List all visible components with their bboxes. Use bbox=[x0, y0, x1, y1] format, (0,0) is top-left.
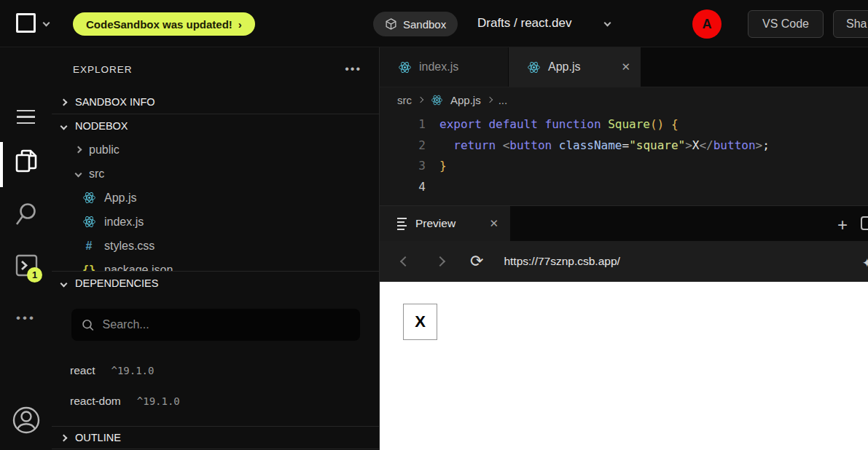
forward-icon[interactable] bbox=[435, 256, 445, 267]
tree-item-package.json[interactable]: {} package.json bbox=[52, 258, 379, 271]
ellipsis-icon: ••• bbox=[16, 311, 36, 325]
more-views-button[interactable]: ••• bbox=[0, 311, 52, 325]
explorer-more-icon[interactable]: ••• bbox=[345, 63, 361, 76]
tree-item-App.js[interactable]: App.js bbox=[52, 186, 379, 210]
chevron-down-icon bbox=[60, 280, 68, 287]
section-dependencies[interactable]: DEPENDENCIES bbox=[52, 272, 379, 295]
top-bar: CodeSandbox was updated! › Sandbox Draft… bbox=[0, 0, 868, 47]
project-chevron-down-icon[interactable] bbox=[604, 20, 611, 27]
tree-item-public[interactable]: public bbox=[52, 138, 379, 162]
dependency-react[interactable]: react ^19.1.0 bbox=[52, 355, 379, 386]
breadcrumb-src[interactable]: src bbox=[397, 94, 412, 106]
terminal-view-button[interactable] bbox=[0, 253, 52, 279]
update-banner-label: CodeSandbox was updated! bbox=[86, 18, 232, 31]
file-tree: public src App.js index.js# styles.css{}… bbox=[52, 138, 379, 271]
react-icon bbox=[429, 92, 444, 107]
code-line-3: 3 } bbox=[380, 155, 868, 176]
chevron-right-icon bbox=[60, 434, 68, 441]
close-icon[interactable]: ✕ bbox=[489, 217, 498, 230]
code-line-1: 1 export default function Square() { bbox=[380, 114, 868, 135]
search-view-button[interactable] bbox=[0, 202, 52, 228]
preview-url[interactable]: https://77sznp.csb.app/ bbox=[504, 255, 619, 268]
cube-icon bbox=[385, 17, 397, 31]
editor-breadcrumb: src App.js ... bbox=[380, 87, 868, 112]
update-banner[interactable]: CodeSandbox was updated! › bbox=[73, 12, 255, 36]
preview-tabstrip: Preview ✕ + bbox=[380, 206, 868, 241]
menu-button[interactable] bbox=[0, 110, 52, 124]
section-sandbox-info[interactable]: SANDBOX INFO bbox=[52, 90, 379, 114]
dependency-react-dom[interactable]: react-dom ^19.1.0 bbox=[52, 386, 379, 417]
vscode-button[interactable]: VS Code bbox=[748, 10, 824, 38]
preview-content: X bbox=[380, 282, 868, 450]
sandbox-badge[interactable]: Sandbox bbox=[373, 12, 458, 36]
tree-item-index.js[interactable]: index.js bbox=[52, 210, 379, 234]
chevron-right-icon bbox=[75, 146, 82, 154]
terminal-badge-count: 1 bbox=[32, 269, 37, 280]
sparkle-icon[interactable]: ✦ bbox=[862, 256, 868, 270]
tree-item-label: public bbox=[89, 143, 120, 157]
tab-label: index.js bbox=[419, 60, 458, 74]
account-button[interactable] bbox=[0, 405, 52, 435]
avatar-letter: A bbox=[703, 17, 712, 32]
close-icon[interactable]: ✕ bbox=[621, 60, 630, 74]
tab-App.js[interactable]: App.js ✕ bbox=[509, 47, 641, 87]
share-button[interactable]: Sha bbox=[833, 10, 868, 38]
divider bbox=[52, 449, 379, 449]
editor-column: index.js App.js ✕ src App.js ... 1 expor… bbox=[380, 47, 868, 450]
project-breadcrumb[interactable]: Drafts / react.dev bbox=[477, 16, 571, 31]
dependency-version: ^19.1.0 bbox=[137, 395, 180, 407]
section-outline[interactable]: OUTLINE bbox=[52, 427, 379, 449]
code-text: } bbox=[426, 159, 447, 173]
layout-panel-icon[interactable] bbox=[861, 216, 868, 230]
preview-tab-label: Preview bbox=[415, 217, 455, 230]
breadcrumb-symbol[interactable]: ... bbox=[498, 94, 508, 106]
css-file-icon: # bbox=[82, 239, 96, 253]
search-icon bbox=[14, 202, 39, 228]
back-icon[interactable] bbox=[400, 256, 410, 267]
search-icon bbox=[82, 318, 94, 331]
add-preview-icon[interactable]: + bbox=[837, 215, 848, 235]
code-editor[interactable]: 1 export default function Square() { 2 r… bbox=[380, 112, 868, 205]
codesandbox-window: CodeSandbox was updated! › Sandbox Draft… bbox=[0, 0, 868, 450]
banner-arrow-icon: › bbox=[238, 18, 242, 31]
activity-bar: 1 ••• ⚙ bbox=[0, 47, 52, 450]
code-line-4: 4 bbox=[380, 176, 868, 197]
dependency-search[interactable] bbox=[71, 309, 360, 341]
react-icon bbox=[397, 60, 412, 74]
avatar[interactable]: A bbox=[692, 9, 722, 39]
line-number: 4 bbox=[380, 180, 426, 194]
line-number: 3 bbox=[380, 159, 426, 173]
line-number: 2 bbox=[380, 138, 426, 152]
breadcrumb-file[interactable]: App.js bbox=[450, 94, 481, 106]
section-label: OUTLINE bbox=[75, 432, 121, 443]
explorer-view-button[interactable] bbox=[0, 146, 52, 175]
explorer-title: EXPLORER bbox=[73, 64, 133, 75]
tree-item-label: styles.css bbox=[104, 240, 155, 253]
react-file-icon bbox=[82, 191, 96, 205]
tree-item-label: App.js bbox=[104, 192, 136, 205]
chevron-right-icon bbox=[60, 98, 68, 106]
code-text: return <button className="square">X</but… bbox=[426, 138, 770, 152]
codesandbox-logo-icon[interactable] bbox=[16, 13, 36, 33]
line-number: 1 bbox=[380, 117, 426, 131]
dependency-name: react-dom bbox=[70, 395, 121, 408]
reload-icon[interactable]: ⟳ bbox=[470, 253, 483, 269]
tree-item-styles.css[interactable]: # styles.css bbox=[52, 234, 379, 258]
preview-lines-icon bbox=[397, 218, 407, 230]
tree-item-src[interactable]: src bbox=[52, 162, 379, 186]
preview-tab[interactable]: Preview ✕ bbox=[380, 206, 510, 241]
section-nodebox[interactable]: NODEBOX bbox=[52, 114, 379, 138]
dependency-search-input[interactable] bbox=[103, 318, 350, 331]
react-file-icon bbox=[82, 215, 96, 229]
sandbox-badge-label: Sandbox bbox=[403, 18, 446, 31]
tab-index.js[interactable]: index.js bbox=[380, 47, 509, 87]
square-button[interactable]: X bbox=[403, 304, 437, 340]
terminal-badge: 1 bbox=[27, 267, 42, 283]
section-label: SANDBOX INFO bbox=[75, 96, 155, 108]
tree-item-label: src bbox=[89, 167, 104, 181]
react-icon bbox=[526, 60, 541, 74]
editor-tabs: index.js App.js ✕ bbox=[380, 47, 868, 87]
chevron-down-icon bbox=[75, 170, 82, 178]
workspace-chevron-down-icon[interactable] bbox=[43, 20, 50, 27]
code-text: export default function Square() { bbox=[426, 117, 679, 131]
